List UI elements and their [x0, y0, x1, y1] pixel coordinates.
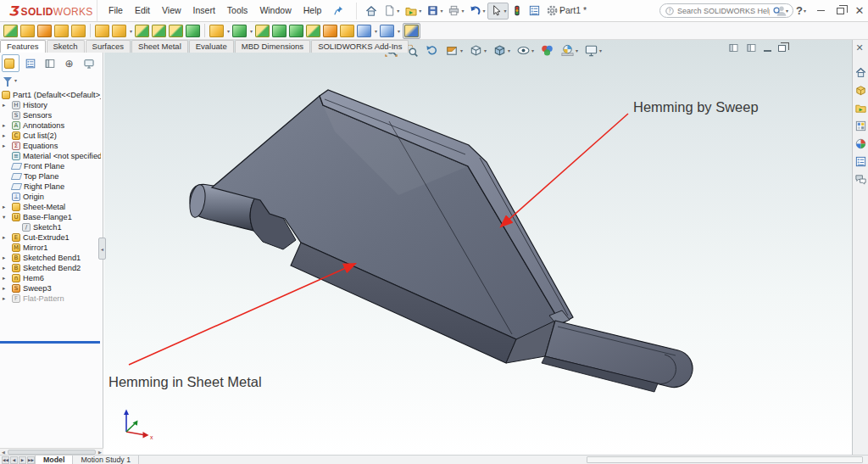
design-library-icon[interactable] [854, 83, 868, 98]
dimxpertmanager-tab[interactable]: ⊕ [60, 54, 78, 72]
expand-arrow[interactable]: ▸ [3, 232, 5, 243]
expand-arrow[interactable]: ▸ [3, 263, 5, 273]
gusset-icon[interactable] [289, 25, 303, 37]
pin-menu-icon[interactable] [331, 3, 346, 19]
menu-window[interactable]: Window [253, 0, 297, 21]
performance-stoplight-button[interactable] [509, 3, 526, 20]
login-user-icon[interactable] [775, 4, 788, 18]
menu-tools[interactable]: Tools [221, 0, 254, 21]
dropdown-caret[interactable]: ▾ [227, 28, 230, 34]
filter-caret[interactable]: ▾ [14, 77, 17, 83]
dropdown-caret[interactable]: ▾ [375, 28, 377, 34]
apply-scene-icon[interactable]: ▾ [559, 42, 579, 58]
hem-tool-icon[interactable] [169, 25, 183, 37]
expand-arrow[interactable]: ▸ [3, 120, 5, 131]
fold-icon[interactable] [380, 25, 394, 37]
cross-break-icon[interactable] [323, 25, 337, 37]
forming-tool-icon[interactable] [71, 25, 86, 37]
tree-item-hem6[interactable]: ▸Hem6 [0, 273, 101, 283]
model-tab[interactable]: Model [35, 456, 73, 464]
save-button[interactable]: ▾ [424, 3, 445, 20]
help-search-box[interactable]: ▾ [659, 3, 793, 18]
corner-icon[interactable] [272, 25, 287, 37]
tree-item-sketched-bend1[interactable]: ▸Sketched Bend1 [0, 253, 101, 263]
tab-icon[interactable] [95, 25, 109, 37]
configurationmanager-tab[interactable] [41, 54, 58, 72]
tree-item-mirror[interactable]: Mirror1 [0, 243, 101, 253]
expand-arrow[interactable]: ▸ [3, 131, 5, 141]
tab-sketch[interactable]: Sketch [47, 40, 85, 53]
display-style-icon[interactable]: ▾ [492, 42, 511, 58]
new-document-button[interactable]: ▾ [381, 3, 402, 20]
hide-show-items-icon[interactable]: ▾ [515, 42, 535, 58]
edge-flange-icon[interactable] [135, 25, 149, 37]
home-button[interactable] [362, 3, 381, 20]
swept-flange-icon[interactable] [20, 25, 35, 37]
lofted-bend-icon[interactable] [37, 25, 52, 37]
tree-item-right-plane[interactable]: Right Plane [0, 182, 101, 192]
miter-flange-icon[interactable] [152, 25, 166, 37]
tree-item-base-flange[interactable]: ▾Base-Flange1 [0, 212, 101, 222]
file-explorer-icon[interactable] [854, 101, 868, 115]
pane-left-toggle-icon[interactable] [728, 42, 739, 53]
motion-study-tab[interactable]: Motion Study 1 [73, 456, 139, 464]
dropdown-caret[interactable]: ▾ [250, 28, 253, 34]
expand-arrow[interactable]: ▸ [3, 141, 5, 151]
tree-item-flat-pattern[interactable]: ▸Flat-Pattern [0, 293, 101, 304]
open-button[interactable]: ▾ [402, 3, 424, 20]
menu-file[interactable]: File [103, 0, 129, 21]
menu-view[interactable]: View [156, 0, 187, 21]
tree-item-top-plane[interactable]: Top Plane [0, 171, 101, 182]
panel-collapse-handle[interactable]: ◂ [98, 238, 106, 260]
edit-appearance-icon[interactable] [539, 42, 555, 58]
collapse-arrow[interactable]: ▾ [3, 212, 5, 222]
tree-item-sweep3[interactable]: ▸Sweep3 [0, 283, 101, 293]
minimize-app-button[interactable] [814, 4, 827, 18]
sheet-metal-part[interactable] [187, 90, 693, 392]
help-button[interactable]: ?▾ [794, 4, 808, 18]
tree-item-cut-extrude[interactable]: ▸Cut-Extrude1 [0, 232, 101, 243]
graphics-area[interactable]: Hemming by Sweep Hemming in Sheet Metal … [104, 40, 852, 455]
convert-to-sheet-metal-icon[interactable] [112, 25, 126, 37]
view-settings-icon[interactable]: ▾ [583, 42, 603, 58]
extruded-cut-icon[interactable] [209, 25, 224, 37]
print-button[interactable]: ▾ [445, 3, 466, 20]
prev-tab-button[interactable]: ◀ [10, 456, 18, 464]
undo-button[interactable]: ▾ [466, 3, 487, 20]
minimize-document-button[interactable] [764, 43, 771, 53]
next-tab-button[interactable]: ▶ [19, 456, 26, 464]
menu-edit[interactable]: Edit [129, 0, 156, 21]
linear-pattern-icon[interactable] [232, 25, 247, 37]
expand-arrow[interactable]: ▸ [3, 273, 5, 283]
select-button[interactable]: ▾ [487, 3, 509, 20]
unfold-icon[interactable] [357, 25, 371, 37]
section-view-icon[interactable]: ▾ [444, 42, 464, 58]
tree-item-sketch1[interactable]: Sketch1 [0, 222, 101, 232]
tab-solidworks-addins[interactable]: SOLIDWORKS Add-Ins [311, 40, 409, 53]
previous-view-icon[interactable] [424, 42, 440, 58]
model-canvas[interactable]: Hemming by Sweep Hemming in Sheet Metal … [104, 40, 852, 455]
displaymanager-tab[interactable] [80, 54, 97, 72]
panel-horizontal-scrollbar[interactable]: ◀ ▶ [0, 448, 103, 455]
filter-funnel-icon[interactable] [3, 77, 12, 82]
tree-item-material[interactable]: Material <not specified> [0, 151, 101, 161]
dropdown-caret[interactable]: ▾ [398, 28, 400, 34]
expand-arrow[interactable]: ▸ [3, 202, 5, 212]
expand-arrow[interactable]: ▸ [3, 253, 5, 263]
vent-icon[interactable] [306, 25, 320, 37]
custom-properties-icon[interactable] [854, 154, 868, 169]
menu-insert[interactable]: Insert [187, 0, 221, 21]
scroll-thumb[interactable] [8, 450, 96, 455]
tree-item-history[interactable]: ▸History [0, 100, 101, 110]
tab-evaluate[interactable]: Evaluate [189, 40, 234, 53]
dropdown-caret[interactable]: ▾ [130, 28, 132, 34]
last-tab-button[interactable]: ▶▶ [27, 456, 35, 464]
pane-right-toggle-icon[interactable] [746, 42, 757, 53]
base-flange-icon[interactable] [3, 25, 18, 37]
tree-root-part[interactable]: Part1 (Default<<Default>_Display Sta [0, 90, 101, 100]
tree-item-sheet-metal[interactable]: ▸Sheet-Metal [0, 202, 101, 212]
welded-corner-icon[interactable] [340, 25, 354, 37]
featuremanager-tree-tab[interactable] [2, 54, 19, 72]
tree-item-equations[interactable]: ▸Equations [0, 141, 101, 151]
restore-document-button[interactable] [778, 43, 786, 53]
